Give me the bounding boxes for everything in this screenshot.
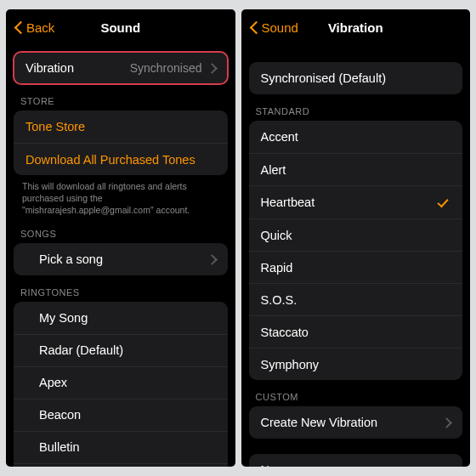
- vibration-option-label: Rapid: [261, 261, 293, 275]
- vibration-option-label: Heartbeat: [261, 196, 315, 209]
- standard-vibration-row[interactable]: Quick: [249, 218, 463, 251]
- standard-vibration-row[interactable]: Heartbeat: [249, 185, 463, 218]
- sound-scroll: Vibration Synchronised STORE Tone Store …: [6, 45, 235, 467]
- checkmark-icon: [435, 195, 450, 210]
- vibration-option-label: Accent: [261, 130, 298, 144]
- standard-vibration-row[interactable]: Rapid: [249, 251, 463, 283]
- ringtone-label: Beacon: [39, 408, 81, 422]
- ringtone-row[interactable]: Apex: [14, 366, 228, 399]
- chevron-left-icon: [250, 20, 259, 35]
- back-label: Back: [26, 20, 54, 35]
- nav-bar: Back Sound: [6, 9, 235, 45]
- nav-bar: Sound Vibration: [241, 9, 471, 45]
- standard-group: AccentAlertHeartbeatQuickRapidS.O.S.Stac…: [249, 121, 463, 380]
- ringtone-label: Apex: [39, 376, 67, 389]
- vibration-label: Vibration: [26, 61, 74, 75]
- store-group: Tone Store Download All Purchased Tones: [14, 110, 228, 175]
- songs-group: Pick a song: [14, 243, 228, 275]
- ringtone-label: Radar (Default): [39, 343, 123, 357]
- custom-group: Create New Vibration: [249, 406, 463, 439]
- ringtone-row[interactable]: By The Seaside: [14, 463, 228, 467]
- chevron-right-icon: [209, 62, 216, 74]
- vibration-option-label: Staccato: [261, 326, 309, 339]
- download-all-row[interactable]: Download All Purchased Tones: [14, 143, 228, 175]
- pick-song-row[interactable]: Pick a song: [14, 243, 228, 275]
- vibration-option-label: Alert: [261, 163, 286, 177]
- standard-vibration-row[interactable]: Staccato: [249, 315, 463, 348]
- store-header: STORE: [14, 84, 228, 110]
- standard-vibration-row[interactable]: Accent: [249, 121, 463, 153]
- vibration-screen: Sound Vibration Synchronised (Default) S…: [241, 9, 471, 467]
- ringtone-row[interactable]: Beacon: [14, 399, 228, 431]
- vibration-cell[interactable]: Vibration Synchronised: [14, 52, 228, 84]
- back-button[interactable]: Sound: [250, 20, 298, 35]
- standard-vibration-row[interactable]: S.O.S.: [249, 283, 463, 315]
- create-vibration-row[interactable]: Create New Vibration: [249, 406, 463, 439]
- ringtones-header: RINGTONES: [14, 275, 228, 302]
- standard-vibration-row[interactable]: Symphony: [249, 348, 463, 380]
- default-vibration-row[interactable]: Synchronised (Default): [249, 62, 463, 94]
- chevron-left-icon: [14, 20, 24, 35]
- standard-header: STANDARD: [249, 94, 463, 121]
- store-footer-note: This will download all ringtones and ale…: [14, 175, 228, 217]
- ringtones-group: My SongRadar (Default)ApexBeaconBulletin…: [14, 302, 228, 467]
- tone-store-row[interactable]: Tone Store: [14, 110, 228, 143]
- back-label: Sound: [262, 20, 298, 35]
- vibration-option-label: Quick: [261, 229, 292, 242]
- ringtone-label: Bulletin: [39, 440, 80, 454]
- standard-vibration-row[interactable]: Alert: [249, 153, 463, 185]
- back-button[interactable]: Back: [14, 20, 54, 35]
- vibration-value: Synchronised: [130, 61, 202, 75]
- none-group: None: [249, 454, 463, 467]
- none-row[interactable]: None: [249, 454, 463, 467]
- custom-header: CUSTOM: [249, 380, 463, 406]
- sound-screen: Back Sound Vibration Synchronised STORE …: [6, 9, 235, 467]
- ringtone-row[interactable]: Radar (Default): [14, 334, 228, 366]
- vibration-scroll: Synchronised (Default) STANDARD AccentAl…: [241, 45, 471, 467]
- chevron-right-icon: [209, 253, 216, 265]
- vibration-option-label: Symphony: [261, 358, 320, 371]
- vibration-option-label: S.O.S.: [261, 293, 298, 307]
- ringtone-row[interactable]: Bulletin: [14, 431, 228, 463]
- default-group: Synchronised (Default): [249, 62, 463, 94]
- songs-header: SONGS: [14, 217, 228, 243]
- ringtone-label: My Song: [39, 311, 88, 325]
- ringtone-row[interactable]: My Song: [14, 302, 228, 334]
- chevron-right-icon: [444, 416, 450, 428]
